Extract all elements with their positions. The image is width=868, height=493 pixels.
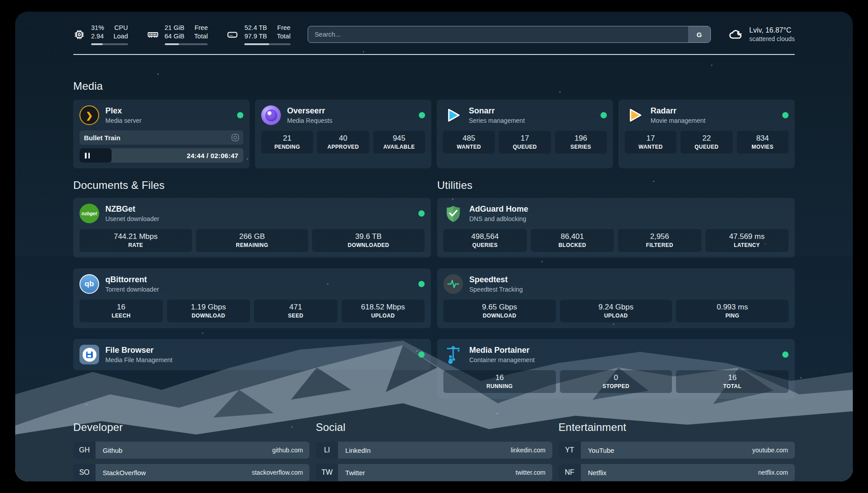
stat-download: 9.65 Gbps DOWNLOAD bbox=[443, 300, 556, 322]
memory-label-bottom: Total bbox=[194, 32, 208, 41]
disk-total-value: 97.9 TB bbox=[244, 32, 267, 41]
status-online-dot bbox=[418, 281, 425, 287]
service-card-adguard[interactable]: AdGuard Home DNS and adblocking 498,564 … bbox=[437, 198, 795, 258]
service-name: Media Portainer bbox=[469, 346, 534, 355]
stat-available: 945 AVAILABLE bbox=[373, 131, 425, 154]
service-card-qbittorrent[interactable]: qb qBittorrent Torrent downloader 16 LEE… bbox=[73, 268, 431, 328]
memory-free-value: 21 GiB bbox=[165, 24, 184, 32]
now-playing-title: Bullet Train bbox=[84, 134, 121, 142]
stat-filtered: 2,956 FILTERED bbox=[618, 229, 701, 252]
search-engine-button[interactable]: G bbox=[688, 26, 710, 42]
dashboard-frame: 31% CPU 2.94 Load bbox=[0, 0, 868, 493]
memory-monitor: 21 GiB Free 64 GiB Total bbox=[147, 24, 208, 45]
service-card-sonarr[interactable]: Sonarr Series management 485 WANTED 17 Q… bbox=[437, 100, 613, 168]
status-online-dot bbox=[237, 112, 243, 118]
bookmark-youtube[interactable]: YT YouTube youtube.com bbox=[559, 442, 795, 459]
cpu-load-value: 2.94 bbox=[91, 32, 104, 41]
status-online-dot bbox=[782, 351, 789, 358]
disk-label-top: Free bbox=[277, 24, 291, 32]
memory-total-value: 64 GiB bbox=[165, 32, 184, 41]
memory-progress-track bbox=[165, 43, 208, 45]
service-name: NZBGet bbox=[105, 205, 159, 214]
service-card-speedtest[interactable]: Speedtest Speedtest Tracking 9.65 Gbps D… bbox=[437, 268, 795, 328]
filebrowser-logo-icon bbox=[79, 345, 99, 364]
bookmark-twitter[interactable]: TW Twitter twitter.com bbox=[316, 464, 552, 481]
section-title-entertainment: Entertainment bbox=[559, 421, 795, 434]
dashboard-panel: 31% CPU 2.94 Load bbox=[15, 12, 853, 481]
stat-seed: 471 SEED bbox=[254, 300, 338, 322]
media-grid: ❯ Plex Media server Bullet Train bbox=[73, 100, 795, 168]
nzbget-logo-icon: nzbget bbox=[79, 204, 99, 223]
portainer-logo-icon bbox=[443, 345, 463, 364]
service-card-filebrowser[interactable]: File Browser Media File Management bbox=[73, 339, 431, 370]
system-monitors: 31% CPU 2.94 Load bbox=[73, 24, 291, 45]
disk-progress-track bbox=[244, 43, 290, 45]
plex-progress-fill bbox=[79, 148, 112, 163]
sonarr-logo-icon bbox=[443, 105, 463, 125]
qbittorrent-logo-icon: qb bbox=[79, 274, 99, 294]
stat-wanted: 17 WANTED bbox=[625, 131, 676, 154]
cpu-label-top: CPU bbox=[114, 24, 128, 32]
stat-blocked: 86,401 BLOCKED bbox=[531, 229, 614, 252]
documents-column: Documents & Files nzbget NZBGet Usenet d… bbox=[73, 179, 431, 399]
overseerr-logo-icon bbox=[261, 105, 281, 125]
stat-rate: 744.21 Mbps RATE bbox=[79, 229, 192, 252]
service-card-portainer[interactable]: Media Portainer Container management 16 … bbox=[437, 339, 795, 399]
memory-icon bbox=[147, 29, 159, 41]
service-name: Speedtest bbox=[469, 275, 523, 285]
memory-label-top: Free bbox=[195, 24, 208, 32]
disk-free-value: 52.4 TB bbox=[244, 24, 267, 32]
stat-stopped: 0 STOPPED bbox=[560, 370, 672, 393]
section-title-documents: Documents & Files bbox=[73, 179, 431, 192]
stat-queued: 22 QUEUED bbox=[680, 131, 732, 154]
service-card-overseerr[interactable]: Overseerr Media Requests 21 PENDING 40 A… bbox=[255, 100, 431, 168]
service-name: AdGuard Home bbox=[469, 205, 528, 214]
stat-upload: 618.52 Mbps UPLOAD bbox=[342, 300, 425, 322]
search-input[interactable] bbox=[308, 26, 711, 43]
stat-approved: 40 APPROVED bbox=[317, 131, 369, 154]
section-title-media: Media bbox=[73, 80, 795, 92]
service-desc: DNS and adblocking bbox=[469, 215, 528, 222]
disk-progress-fill bbox=[244, 43, 269, 45]
stat-downloaded: 39.6 TB DOWNLOADED bbox=[312, 229, 425, 252]
topbar-divider bbox=[73, 54, 795, 55]
service-name: Radarr bbox=[651, 106, 705, 116]
plex-now-playing-row: Bullet Train bbox=[79, 130, 243, 145]
stat-total: 16 TOTAL bbox=[676, 370, 789, 393]
utilities-column: Utilities AdGuard Home DNS and adblockin… bbox=[437, 179, 795, 399]
cloud-icon bbox=[728, 26, 744, 42]
disk-label-bottom: Total bbox=[277, 32, 291, 41]
service-card-plex[interactable]: ❯ Plex Media server Bullet Train bbox=[73, 100, 250, 168]
service-card-nzbget[interactable]: nzbget NZBGet Usenet downloader 744.21 M… bbox=[73, 198, 431, 258]
service-desc: Speedtest Tracking bbox=[469, 286, 523, 293]
cast-icon bbox=[232, 134, 239, 141]
section-title-developer: Developer bbox=[73, 421, 309, 434]
search-bar: G bbox=[308, 26, 711, 43]
service-card-radarr[interactable]: Radarr Movie management 17 WANTED 22 QUE… bbox=[618, 100, 795, 168]
status-online-dot bbox=[418, 210, 425, 217]
stat-series: 196 SERIES bbox=[555, 131, 607, 154]
cpu-progress-track bbox=[91, 43, 128, 45]
plex-progress-bar: 24:44 / 02:06:47 bbox=[79, 148, 243, 163]
service-name: Overseerr bbox=[287, 106, 332, 116]
bookmark-stackoverflow[interactable]: SO StackOverflow stackoverflow.com bbox=[73, 464, 309, 481]
service-desc: Media File Management bbox=[105, 356, 172, 363]
stat-wanted: 485 WANTED bbox=[443, 131, 495, 154]
service-name: Plex bbox=[105, 106, 142, 116]
stat-latency: 47.569 ms LATENCY bbox=[705, 229, 789, 252]
service-desc: Movie management bbox=[651, 117, 705, 124]
pause-icon bbox=[85, 153, 90, 159]
weather-widget: Lviv, 16.87°C scattered clouds bbox=[728, 26, 795, 42]
cpu-label-bottom: Load bbox=[113, 32, 128, 41]
stat-leech: 16 LEECH bbox=[79, 300, 163, 322]
bookmark-github[interactable]: GH Github github.com bbox=[73, 442, 309, 459]
adguard-logo-icon bbox=[443, 204, 463, 223]
section-title-social: Social bbox=[316, 421, 552, 434]
status-online-dot bbox=[419, 112, 425, 118]
disk-icon bbox=[226, 29, 238, 41]
bookmark-linkedin[interactable]: LI LinkedIn linkedin.com bbox=[316, 442, 552, 459]
stat-pending: 21 PENDING bbox=[261, 131, 313, 154]
bookmark-netflix[interactable]: NF Netflix netflix.com bbox=[559, 464, 795, 481]
service-desc: Series management bbox=[469, 117, 525, 124]
status-online-dot bbox=[601, 112, 607, 118]
